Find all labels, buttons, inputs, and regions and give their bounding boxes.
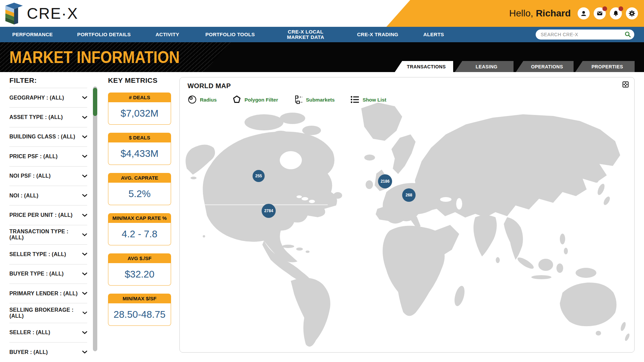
filter-row-label: PRICE PSF : (ALL) bbox=[9, 154, 58, 160]
chevron-down-icon bbox=[82, 233, 87, 236]
filter-row-asset-type[interactable]: ASSET TYPE : (ALL) bbox=[9, 107, 87, 127]
filter-row-label: BUYER : (ALL) bbox=[9, 349, 48, 355]
chevron-down-icon bbox=[82, 273, 87, 276]
filter-row-label: ASSET TYPE : (ALL) bbox=[9, 114, 63, 120]
filter-row-seller-type[interactable]: SELLER TYPE : (ALL) bbox=[9, 244, 87, 264]
chevron-down-icon bbox=[82, 175, 87, 178]
nav-item-performance[interactable]: PERFORMANCE bbox=[12, 27, 53, 42]
search bbox=[536, 29, 634, 40]
page-title: MARKET INFORMATION bbox=[9, 42, 180, 72]
key-metrics-title: KEY METRICS bbox=[108, 76, 171, 84]
tab-properties[interactable]: PROPERTIES bbox=[575, 61, 635, 72]
notifications-badge bbox=[619, 6, 623, 11]
filter-row-label: NOI PSF : (ALL) bbox=[9, 173, 51, 179]
metric-card-avg-psf: AVG $./SF $32.20 bbox=[108, 253, 171, 286]
greeting: Hello, Richard bbox=[509, 0, 571, 27]
filter-row-noi[interactable]: NOI : (ALL) bbox=[9, 186, 87, 205]
chevron-down-icon bbox=[82, 155, 87, 158]
tab-transactions[interactable]: TRANSACTIONS bbox=[395, 61, 453, 72]
chevron-down-icon bbox=[82, 135, 87, 138]
metric-card-dollar-deals: $ DEALS $4,433M bbox=[108, 133, 171, 165]
metric-value: 5.2% bbox=[108, 183, 171, 205]
chevron-down-icon bbox=[82, 351, 87, 354]
chevron-down-icon bbox=[82, 96, 87, 99]
brand[interactable]: CRE·X bbox=[5, 2, 78, 25]
filter-row-price-per-unit[interactable]: PRICE PER UNIT : (ALL) bbox=[9, 205, 87, 225]
filter-row-building-class[interactable]: BUILDING CLASS : (ALL) bbox=[9, 127, 87, 146]
filter-sidebar: FILTER: GEOGRAPHY : (ALL) ASSET TYPE : (… bbox=[9, 76, 87, 362]
metric-label: AVG. CAPRATE bbox=[108, 173, 171, 183]
filter-row-buyer-type[interactable]: BUYER TYPE : (ALL) bbox=[9, 264, 87, 284]
notifications-button[interactable] bbox=[610, 7, 622, 19]
nav-item-portfolio-details[interactable]: PORTFOLIO DETAILS bbox=[77, 27, 131, 42]
brand-logo-icon bbox=[5, 2, 24, 25]
metric-label: $ DEALS bbox=[108, 133, 171, 142]
filter-row-label: PRICE PER UNIT : (ALL) bbox=[9, 212, 72, 218]
filter-list: GEOGRAPHY : (ALL) ASSET TYPE : (ALL) BUI… bbox=[9, 88, 87, 362]
world-map[interactable] bbox=[180, 98, 635, 351]
mail-icon bbox=[596, 10, 603, 17]
filter-row-buyer[interactable]: BUYER : (ALL) bbox=[9, 342, 87, 362]
search-input[interactable] bbox=[536, 29, 634, 40]
greeting-name: Richard bbox=[536, 8, 571, 19]
nav-item-crex-local-market-data[interactable]: CRE-X LOCAL MARKET DATA bbox=[287, 27, 324, 42]
nav-item-crex-trading[interactable]: CRE-X TRADING bbox=[357, 27, 398, 42]
search-icon[interactable] bbox=[625, 31, 631, 38]
chevron-down-icon bbox=[82, 116, 87, 119]
chevron-down-icon bbox=[82, 331, 87, 334]
metric-label: AVG $./SF bbox=[108, 253, 171, 263]
greeting-prefix: Hello, bbox=[509, 8, 536, 19]
filter-row-price-psf[interactable]: PRICE PSF : (ALL) bbox=[9, 146, 87, 166]
metric-value: $32.20 bbox=[108, 263, 171, 286]
tab-operations[interactable]: OPERATIONS bbox=[516, 61, 574, 72]
map-cluster-marker[interactable]: 255 bbox=[253, 170, 265, 182]
filter-row-label: SELLING BROKERAGE : (ALL) bbox=[9, 307, 83, 319]
filter-row-transaction-type[interactable]: TRANSACTION TYPE : (ALL) bbox=[9, 225, 87, 244]
tab-leasing[interactable]: LEASING bbox=[455, 61, 514, 72]
metric-card-minmax-caprate: MIN/MAX CAP RATE % 4.2 - 7.8 bbox=[108, 213, 171, 245]
settings-button[interactable] bbox=[626, 7, 638, 19]
chevron-down-icon bbox=[82, 292, 87, 295]
map-cluster-marker[interactable]: 2186 bbox=[378, 174, 392, 188]
filter-scrollbar-track[interactable] bbox=[93, 86, 97, 351]
bell-icon bbox=[612, 10, 619, 17]
filter-row-label: SELLER : (ALL) bbox=[9, 329, 50, 336]
key-metrics: KEY METRICS # DEALS $7,032M $ DEALS $4,4… bbox=[108, 76, 171, 326]
messages-button[interactable] bbox=[594, 7, 606, 19]
chevron-down-icon bbox=[82, 253, 87, 256]
metric-value: $7,032M bbox=[108, 102, 171, 125]
header: CRE·X Hello, Richard bbox=[0, 0, 644, 27]
filter-scrollbar-thumb[interactable] bbox=[93, 88, 97, 116]
metric-label: MIN/MAX CAP RATE % bbox=[108, 213, 171, 223]
map-cluster-marker[interactable]: 268 bbox=[402, 188, 416, 202]
chevron-down-icon bbox=[82, 194, 87, 197]
filter-row-selling-brokerage[interactable]: SELLING BROKERAGE : (ALL) bbox=[9, 303, 87, 322]
filter-row-geography[interactable]: GEOGRAPHY : (ALL) bbox=[9, 88, 87, 107]
messages-badge bbox=[602, 6, 607, 11]
app-root: CRE·X Hello, Richard bbox=[0, 0, 644, 362]
metric-card-num-deals: # DEALS $7,032M bbox=[108, 93, 171, 125]
metric-value: 28.50-48.75 bbox=[108, 303, 171, 326]
nav-item-activity[interactable]: ACTIVITY bbox=[156, 27, 179, 42]
expand-icon[interactable] bbox=[622, 81, 629, 88]
filter-row-seller[interactable]: SELLER : (ALL) bbox=[9, 323, 87, 342]
metric-card-minmax-psf: MIN/MAX $/SF 28.50-48.75 bbox=[108, 294, 171, 326]
filter-row-noi-psf[interactable]: NOI PSF : (ALL) bbox=[9, 166, 87, 186]
metric-label: MIN/MAX $/SF bbox=[108, 294, 171, 303]
map-cluster-marker[interactable]: 2784 bbox=[262, 204, 276, 218]
filter-row-label: PRIMARY LENDER : (ALL) bbox=[9, 291, 78, 297]
metric-value: $4,433M bbox=[108, 142, 171, 165]
metric-value: 4.2 - 7.8 bbox=[108, 223, 171, 245]
nav-item-portfolio-tools[interactable]: PORTFOLIO TOOLS bbox=[205, 27, 255, 42]
filter-row-label: NOI : (ALL) bbox=[9, 193, 39, 199]
filter-title: FILTER: bbox=[9, 76, 87, 84]
world-map-title: WORLD MAP bbox=[187, 82, 231, 90]
account-button[interactable] bbox=[578, 7, 590, 19]
filter-row-primary-lender[interactable]: PRIMARY LENDER : (ALL) bbox=[9, 284, 87, 303]
chevron-down-icon bbox=[82, 214, 87, 217]
nav-item-alerts[interactable]: ALERTS bbox=[423, 27, 444, 42]
chevron-down-icon bbox=[83, 311, 87, 314]
filter-row-label: BUILDING CLASS : (ALL) bbox=[9, 134, 75, 140]
main-nav: PERFORMANCE PORTFOLIO DETAILS ACTIVITY P… bbox=[0, 27, 644, 42]
person-icon bbox=[580, 10, 587, 17]
